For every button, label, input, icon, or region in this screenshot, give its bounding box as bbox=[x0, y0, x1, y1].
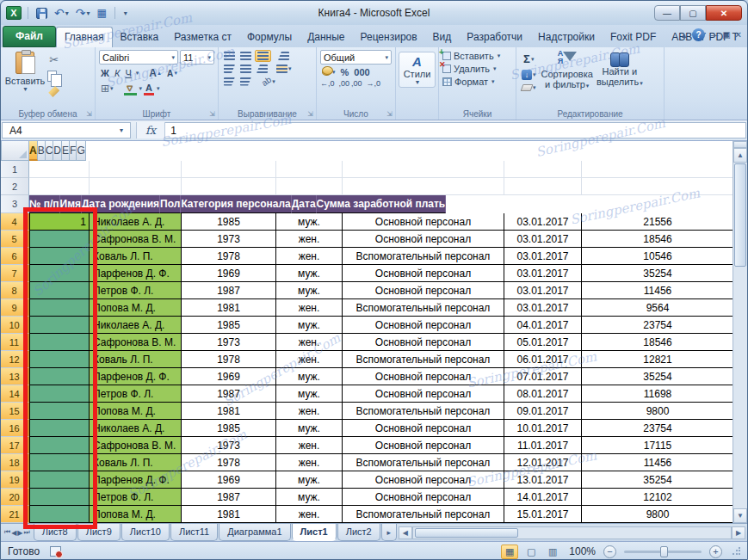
scroll-down-icon[interactable]: ▼ bbox=[733, 508, 747, 523]
column-header[interactable]: A bbox=[29, 141, 38, 161]
row-header[interactable]: 15 bbox=[1, 403, 29, 420]
cell-birth-year[interactable]: 1985 bbox=[182, 213, 276, 231]
cell-salary[interactable]: 18546 bbox=[582, 231, 734, 248]
cell-salary[interactable]: 11698 bbox=[582, 385, 734, 403]
cell-gender[interactable]: муж. bbox=[276, 420, 343, 437]
cell-birth-year[interactable]: 1973 bbox=[182, 334, 276, 351]
clear-button[interactable]: ▾ bbox=[520, 83, 538, 92]
cell-number[interactable] bbox=[29, 282, 90, 299]
cell-category[interactable]: Вспомогательный персонал bbox=[343, 351, 504, 368]
cell-salary[interactable]: 9564 bbox=[582, 299, 734, 317]
vertical-scrollbar[interactable]: ▲ ▼ bbox=[733, 141, 747, 523]
horizontal-scrollbar[interactable] bbox=[412, 526, 732, 539]
ribbon-tab[interactable]: Данные bbox=[300, 28, 352, 47]
cell-gender[interactable]: муж. bbox=[276, 471, 343, 489]
cell-category[interactable]: Основной персонал bbox=[343, 265, 504, 282]
table-header-cell[interactable]: Сумма заработной плать bbox=[317, 195, 447, 213]
cell-gender[interactable]: жен. bbox=[276, 351, 343, 368]
cell-number[interactable] bbox=[29, 368, 90, 385]
table-header-cell[interactable]: № п/п bbox=[29, 195, 60, 213]
cell-name[interactable]: Петров Ф. Л. bbox=[90, 385, 182, 403]
cell-date[interactable]: 06.01.2017 bbox=[504, 351, 582, 368]
row-header[interactable]: 3 bbox=[1, 195, 29, 213]
cell-date[interactable]: 03.01.2017 bbox=[504, 231, 582, 248]
row-header[interactable]: 12 bbox=[1, 351, 29, 368]
cell-gender[interactable]: жен. bbox=[276, 248, 343, 265]
zoom-level[interactable]: 100% bbox=[569, 545, 596, 557]
normal-view-icon[interactable]: ▦ bbox=[501, 545, 518, 559]
cell-birth-year[interactable]: 1981 bbox=[182, 299, 276, 317]
cell-salary[interactable]: 12821 bbox=[582, 351, 734, 368]
cell-number[interactable]: 1 bbox=[29, 213, 90, 231]
grow-font-button[interactable]: А▲ bbox=[147, 66, 164, 80]
cell-name[interactable]: Сафронова В. М. bbox=[90, 334, 182, 351]
chevron-down-icon[interactable]: ▾ bbox=[136, 70, 139, 77]
cell-salary[interactable]: 23754 bbox=[582, 420, 734, 437]
column-header[interactable]: C bbox=[46, 141, 54, 161]
cell-gender[interactable]: муж. bbox=[276, 213, 343, 231]
cell-name[interactable]: Попова М. Д. bbox=[90, 403, 182, 420]
cell-number[interactable] bbox=[29, 471, 90, 489]
align-bottom-button[interactable] bbox=[255, 50, 271, 62]
empty-cell[interactable] bbox=[343, 161, 504, 178]
sheet-tab[interactable]: Лист10 bbox=[121, 524, 170, 541]
align-left-button[interactable] bbox=[222, 64, 237, 74]
cell-salary[interactable]: 18546 bbox=[582, 334, 734, 351]
row-header[interactable]: 16 bbox=[1, 420, 29, 437]
cell-category[interactable]: Вспомогательный персонал bbox=[343, 403, 504, 420]
cell-number[interactable] bbox=[29, 403, 90, 420]
cell-date[interactable]: 03.01.2017 bbox=[504, 282, 582, 299]
cell-category[interactable]: Основной персонал bbox=[343, 231, 504, 248]
row-header[interactable]: 10 bbox=[1, 317, 29, 334]
cell-date[interactable]: 14.01.2017 bbox=[504, 489, 582, 506]
cell-name[interactable]: Парфенов Д. Ф. bbox=[90, 265, 182, 282]
cell-name[interactable]: Коваль Л. П. bbox=[90, 351, 182, 368]
print-preview-button[interactable]: ▦ bbox=[96, 5, 108, 21]
row-header[interactable]: 4 bbox=[1, 213, 29, 231]
dialog-launcher-icon[interactable]: ⇲ bbox=[86, 110, 92, 118]
sheet-tab[interactable]: Лист9 bbox=[77, 524, 121, 541]
cell-name[interactable]: Попова М. Д. bbox=[90, 299, 182, 317]
wrap-text-button[interactable] bbox=[276, 51, 291, 61]
ribbon-tab[interactable]: Рецензиров bbox=[352, 28, 424, 47]
cell-category[interactable]: Основной персонал bbox=[343, 385, 504, 403]
cell-birth-year[interactable]: 1985 bbox=[182, 420, 276, 437]
cell-number[interactable] bbox=[29, 299, 90, 317]
cell-category[interactable]: Основной персонал bbox=[343, 317, 504, 334]
cell-date[interactable]: 07.01.2017 bbox=[504, 368, 582, 385]
cell-category[interactable]: Вспомогательный персонал bbox=[343, 248, 504, 265]
doc-restore-icon[interactable]: ▣ bbox=[722, 30, 730, 40]
cell-gender[interactable]: муж. bbox=[276, 385, 343, 403]
increase-indent-button[interactable] bbox=[238, 77, 253, 87]
cell-number[interactable] bbox=[29, 265, 90, 282]
accounting-format-button[interactable]: ▾ bbox=[320, 68, 337, 77]
cell-number[interactable] bbox=[29, 248, 90, 265]
cell-date[interactable]: 03.01.2017 bbox=[504, 265, 582, 282]
insert-sheet-tab[interactable]: ▸ bbox=[381, 524, 397, 541]
column-header[interactable]: B bbox=[38, 141, 46, 161]
cell-category[interactable]: Основной персонал bbox=[343, 420, 504, 437]
empty-cell[interactable] bbox=[29, 178, 90, 195]
name-box[interactable]: A4▾ bbox=[2, 122, 131, 138]
cell-birth-year[interactable]: 1969 bbox=[182, 471, 276, 489]
insert-cells-button[interactable]: Вставить▾ bbox=[442, 51, 512, 61]
cell-salary[interactable]: 35254 bbox=[582, 265, 734, 282]
cell-date[interactable]: 03.01.2017 bbox=[504, 299, 582, 317]
comma-style-button[interactable]: 000 bbox=[352, 66, 371, 78]
dialog-launcher-icon[interactable]: ⇲ bbox=[209, 110, 215, 118]
empty-cell[interactable] bbox=[504, 161, 582, 178]
cell-date[interactable]: 10.01.2017 bbox=[504, 420, 582, 437]
cell-date[interactable]: 05.01.2017 bbox=[504, 334, 582, 351]
ribbon-tab[interactable]: Формулы bbox=[239, 28, 300, 47]
cell-birth-year[interactable]: 1987 bbox=[182, 282, 276, 299]
align-middle-button[interactable] bbox=[238, 51, 253, 61]
cell-salary[interactable]: 10546 bbox=[582, 248, 734, 265]
cell-name[interactable]: Попова М. Д. bbox=[90, 506, 182, 523]
empty-cell[interactable] bbox=[276, 178, 343, 195]
percent-style-button[interactable]: % bbox=[339, 66, 351, 78]
font-name-combobox[interactable]: Calibri▾ bbox=[99, 50, 178, 65]
window-close-button[interactable]: ✕ bbox=[706, 5, 742, 21]
cell-name[interactable]: Петров Ф. Л. bbox=[90, 489, 182, 506]
formula-input[interactable]: 1 bbox=[165, 122, 746, 138]
hscroll-right-icon[interactable]: ▶ bbox=[732, 526, 745, 539]
